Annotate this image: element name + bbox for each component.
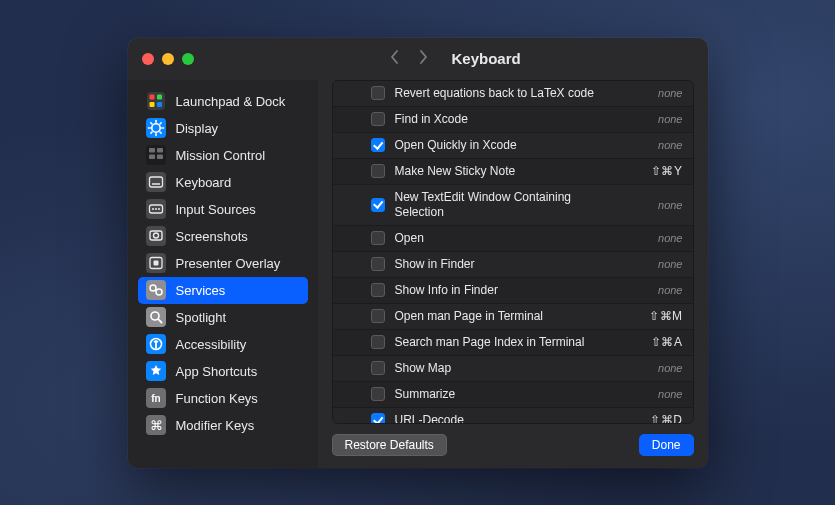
zoom-window-button[interactable]: [182, 53, 194, 65]
sidebar-item-label: Spotlight: [176, 310, 227, 325]
svg-line-11: [150, 123, 151, 124]
sidebar-item-mission-control[interactable]: Mission Control: [138, 142, 308, 169]
service-row[interactable]: Make New Sticky Note⇧⌘Y: [333, 159, 693, 185]
service-shortcut[interactable]: none: [631, 284, 683, 296]
svg-rect-16: [149, 148, 155, 153]
service-checkbox[interactable]: [371, 283, 385, 297]
function-keys-icon: fn: [146, 388, 166, 408]
service-checkbox[interactable]: [371, 164, 385, 178]
sidebar-item-app-shortcuts[interactable]: App Shortcuts: [138, 358, 308, 385]
service-checkbox[interactable]: [371, 112, 385, 126]
sidebar-item-label: Function Keys: [176, 391, 258, 406]
service-shortcut[interactable]: none: [631, 388, 683, 400]
service-checkbox[interactable]: [371, 309, 385, 323]
service-checkbox[interactable]: [371, 138, 385, 152]
minimize-window-button[interactable]: [162, 53, 174, 65]
service-row[interactable]: Search man Page Index in Terminal⇧⌘A: [333, 330, 693, 356]
modifier-keys-icon: ⌘: [146, 415, 166, 435]
sidebar-item-label: Input Sources: [176, 202, 256, 217]
service-shortcut[interactable]: none: [631, 87, 683, 99]
service-row[interactable]: Find in Xcodenone: [333, 107, 693, 133]
service-shortcut[interactable]: ⇧⌘D: [631, 413, 683, 424]
sidebar-item-label: Launchpad & Dock: [176, 94, 286, 109]
sidebar-item-presenter-overlay[interactable]: Presenter Overlay: [138, 250, 308, 277]
svg-line-12: [160, 132, 161, 133]
sidebar-item-accessibility[interactable]: Accessibility: [138, 331, 308, 358]
service-shortcut[interactable]: none: [631, 258, 683, 270]
main-panel: Revert equations back to LaTeX codenoneF…: [318, 80, 708, 468]
close-window-button[interactable]: [142, 53, 154, 65]
sidebar-item-keyboard[interactable]: Keyboard: [138, 169, 308, 196]
service-shortcut[interactable]: ⇧⌘M: [631, 309, 683, 323]
service-label: Show in Finder: [395, 257, 621, 272]
svg-point-27: [158, 208, 160, 210]
service-shortcut[interactable]: ⇧⌘A: [631, 335, 683, 349]
service-shortcut[interactable]: none: [631, 113, 683, 125]
nav-buttons: [390, 50, 428, 68]
service-checkbox[interactable]: [371, 361, 385, 375]
display-icon: [146, 118, 166, 138]
service-label: Find in Xcode: [395, 112, 621, 127]
forward-button[interactable]: [419, 50, 428, 68]
svg-rect-15: [146, 145, 166, 165]
service-label: Make New Sticky Note: [395, 164, 621, 179]
svg-line-13: [150, 132, 151, 133]
svg-point-25: [152, 208, 154, 210]
svg-point-26: [155, 208, 157, 210]
svg-rect-19: [157, 155, 163, 160]
svg-rect-1: [149, 95, 154, 100]
service-shortcut[interactable]: none: [631, 232, 683, 244]
sidebar-item-label: Accessibility: [176, 337, 247, 352]
sidebar-item-launchpad-dock[interactable]: Launchpad & Dock: [138, 88, 308, 115]
service-row[interactable]: Show in Findernone: [333, 252, 693, 278]
mission-control-icon: [146, 145, 166, 165]
service-row[interactable]: URL-Decode⇧⌘D: [333, 408, 693, 424]
restore-defaults-button[interactable]: Restore Defaults: [332, 434, 447, 456]
service-shortcut[interactable]: none: [631, 362, 683, 374]
sidebar-item-display[interactable]: Display: [138, 115, 308, 142]
keyboard-icon: [146, 172, 166, 192]
svg-text:⌘: ⌘: [149, 418, 162, 433]
svg-rect-4: [157, 102, 162, 107]
svg-rect-3: [149, 102, 154, 107]
service-row[interactable]: Show Info in Findernone: [333, 278, 693, 304]
preferences-window: Keyboard Launchpad & DockDisplayMission …: [128, 38, 708, 468]
sidebar-item-label: Keyboard: [176, 175, 232, 190]
service-checkbox[interactable]: [371, 335, 385, 349]
sidebar-item-spotlight[interactable]: Spotlight: [138, 304, 308, 331]
sidebar-item-input-sources[interactable]: Input Sources: [138, 196, 308, 223]
sidebar-item-screenshots[interactable]: Screenshots: [138, 223, 308, 250]
done-button[interactable]: Done: [639, 434, 694, 456]
sidebar-item-label: Modifier Keys: [176, 418, 255, 433]
service-row[interactable]: Summarizenone: [333, 382, 693, 408]
service-label: Open man Page in Terminal: [395, 309, 621, 324]
sidebar-item-modifier-keys[interactable]: ⌘Modifier Keys: [138, 412, 308, 439]
service-row[interactable]: Revert equations back to LaTeX codenone: [333, 81, 693, 107]
sidebar-item-services[interactable]: Services: [138, 277, 308, 304]
service-row[interactable]: Show Mapnone: [333, 356, 693, 382]
screenshots-icon: [146, 226, 166, 246]
sidebar-item-function-keys[interactable]: fnFunction Keys: [138, 385, 308, 412]
presenter-overlay-icon: [146, 253, 166, 273]
services-list[interactable]: Revert equations back to LaTeX codenoneF…: [332, 80, 694, 424]
service-row[interactable]: Open Quickly in Xcodenone: [333, 133, 693, 159]
titlebar: Keyboard: [128, 38, 708, 80]
service-shortcut[interactable]: none: [631, 199, 683, 211]
service-checkbox[interactable]: [371, 257, 385, 271]
svg-rect-17: [157, 148, 163, 153]
service-shortcut[interactable]: ⇧⌘Y: [631, 164, 683, 178]
service-checkbox[interactable]: [371, 413, 385, 424]
back-button[interactable]: [390, 50, 399, 68]
service-checkbox[interactable]: [371, 86, 385, 100]
service-checkbox[interactable]: [371, 198, 385, 212]
service-shortcut[interactable]: none: [631, 139, 683, 151]
service-row[interactable]: Opennone: [333, 226, 693, 252]
sidebar: Launchpad & DockDisplayMission ControlKe…: [128, 80, 318, 468]
service-checkbox[interactable]: [371, 387, 385, 401]
service-row[interactable]: Open man Page in Terminal⇧⌘M: [333, 304, 693, 330]
sidebar-item-label: Display: [176, 121, 219, 136]
service-checkbox[interactable]: [371, 231, 385, 245]
svg-rect-38: [146, 307, 166, 327]
service-label: Open Quickly in Xcode: [395, 138, 621, 153]
service-row[interactable]: New TextEdit Window Containing Selection…: [333, 185, 693, 226]
